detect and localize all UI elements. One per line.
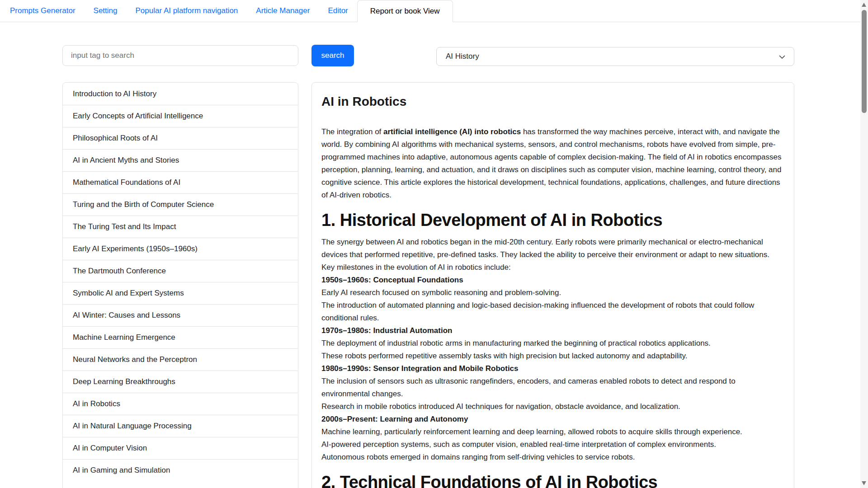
article-paragraph: The inclusion of sensors such as ultraso… bbox=[321, 375, 784, 400]
tab-popular-ai-platform-navigation[interactable]: Popular AI platform navigation bbox=[127, 0, 247, 22]
article-paragraph: The introduction of automated planning a… bbox=[321, 299, 784, 324]
article-section-heading: 1. Historical Development of AI in Robot… bbox=[321, 211, 784, 230]
article-paragraph: Machine learning, particularly reinforce… bbox=[321, 426, 784, 438]
article-paragraph: These robots performed repetitive assemb… bbox=[321, 350, 784, 362]
article-paragraph: Autonomous robots emerged in domains ran… bbox=[321, 451, 784, 464]
search-button[interactable]: search bbox=[311, 45, 354, 66]
sidebar-item-mathematical-foundations-of-ai[interactable]: Mathematical Foundations of AI bbox=[63, 171, 298, 193]
article-section-heading: 2. Technical Foundations of AI in Roboti… bbox=[321, 473, 784, 488]
sidebar-item-the-turing-test-and-its-impact[interactable]: The Turing Test and Its Impact bbox=[63, 216, 298, 238]
sidebar-item-philosophical-roots-of-ai[interactable]: Philosophical Roots of AI bbox=[63, 127, 298, 149]
article-paragraph: The synergy between AI and robotics bega… bbox=[321, 236, 784, 261]
sidebar-item-ai-in-gaming-and-simulation[interactable]: AI in Gaming and Simulation bbox=[63, 459, 298, 481]
sidebar-item-deep-learning-breakthroughs[interactable]: Deep Learning Breakthroughs bbox=[63, 371, 298, 393]
article-view-panel: AI in Robotics The integration of artifi… bbox=[311, 82, 794, 488]
triangle-up-icon[interactable] bbox=[862, 3, 866, 7]
article-paragraph: Research in mobile robotics introduced A… bbox=[321, 400, 784, 413]
article-paragraph: Early AI research focused on symbolic re… bbox=[321, 286, 784, 299]
sidebar-item-ai-winter-causes-and-lessons[interactable]: AI Winter: Causes and Lessons bbox=[63, 304, 298, 326]
article-paragraph: The integration of artificial intelligen… bbox=[321, 126, 784, 202]
sidebar-item-neural-networks-and-the-perceptron[interactable]: Neural Networks and the Perceptron bbox=[63, 348, 298, 371]
tab-article-manager[interactable]: Article Manager bbox=[247, 0, 319, 22]
tab-setting[interactable]: Setting bbox=[85, 0, 127, 22]
article-title: AI in Robotics bbox=[321, 94, 784, 109]
sidebar-item-symbolic-ai-and-expert-systems[interactable]: Symbolic AI and Expert Systems bbox=[63, 282, 298, 304]
category-select-value: AI History bbox=[446, 52, 479, 61]
sidebar-item-early-ai-experiments-1950s-1960s[interactable]: Early AI Experiments (1950s–1960s) bbox=[63, 238, 298, 260]
tab-prompts-generator[interactable]: Prompts Generator bbox=[1, 0, 85, 22]
tab-report-or-book-view[interactable]: Report or book View bbox=[357, 0, 453, 22]
category-select[interactable]: AI History bbox=[436, 47, 794, 66]
article-paragraph: Key milestones in the evolution of AI in… bbox=[321, 261, 784, 274]
scrollbar-thumb[interactable] bbox=[862, 10, 867, 113]
article-subheading: 1970s–1980s: Industrial Automation bbox=[321, 324, 784, 337]
triangle-down-icon[interactable] bbox=[862, 481, 866, 485]
sidebar-item-ai-in-robotics[interactable]: AI in Robotics bbox=[63, 393, 298, 415]
sidebar-item-ai-in-natural-language-processing[interactable]: AI in Natural Language Processing bbox=[63, 415, 298, 437]
chevron-down-icon bbox=[778, 53, 786, 61]
sidebar-item-the-dartmouth-conference[interactable]: The Dartmouth Conference bbox=[63, 260, 298, 282]
article-subheading: 2000s–Present: Learning and Autonomy bbox=[321, 413, 784, 426]
tab-editor[interactable]: Editor bbox=[319, 0, 357, 22]
article-body: The integration of artificial intelligen… bbox=[321, 126, 784, 488]
search-input[interactable] bbox=[62, 45, 298, 66]
sidebar-item-machine-learning-emergence[interactable]: Machine Learning Emergence bbox=[63, 326, 298, 348]
sidebar-item-early-concepts-of-artificial-intelligence[interactable]: Early Concepts of Artificial Intelligenc… bbox=[63, 105, 298, 127]
sidebar-item-ai-in-ancient-myths-and-stories[interactable]: AI in Ancient Myths and Stories bbox=[63, 149, 298, 171]
article-subheading: 1980s–1990s: Sensor Integration and Mobi… bbox=[321, 362, 784, 375]
vertical-scrollbar[interactable] bbox=[860, 0, 868, 488]
sidebar-item-ai-in-computer-vision[interactable]: AI in Computer Vision bbox=[63, 437, 298, 459]
sidebar-item-turing-and-the-birth-of-computer-science[interactable]: Turing and the Birth of Computer Science bbox=[63, 193, 298, 216]
article-paragraph: AI-powered perception systems, such as c… bbox=[321, 438, 784, 451]
sidebar-item-introduction-to-ai-history[interactable]: Introduction to AI History bbox=[63, 83, 298, 105]
article-subheading: 1950s–1960s: Conceptual Foundations bbox=[321, 274, 784, 286]
article-paragraph: The deployment of industrial robotic arm… bbox=[321, 337, 784, 350]
nav-tabs: Prompts GeneratorSettingPopular AI platf… bbox=[0, 0, 868, 22]
article-list: Introduction to AI HistoryEarly Concepts… bbox=[62, 82, 298, 488]
